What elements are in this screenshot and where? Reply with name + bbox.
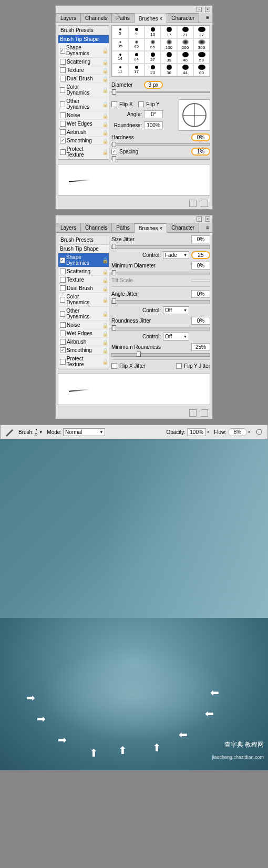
brush-tool-icon[interactable]	[5, 427, 14, 437]
tab-brushes[interactable]: Brushes ×	[134, 14, 167, 23]
checkbox[interactable]	[60, 48, 65, 54]
sidebar-item-other-dynamics[interactable]: Other Dynamics🔒	[58, 97, 109, 111]
checkbox[interactable]	[60, 101, 65, 107]
flip-x-jitter-checkbox[interactable]	[111, 363, 117, 369]
brush-preset-cell[interactable]: 17	[161, 26, 177, 38]
checkbox[interactable]	[60, 67, 66, 73]
tab-layers[interactable]: Layers	[56, 13, 81, 23]
brush-preset-cell[interactable]: 44	[177, 64, 193, 76]
angle-jitter-value[interactable]: 0%	[191, 290, 210, 298]
sidebar-item-protect-texture[interactable]: Protect Texture🔒	[58, 145, 109, 159]
flip-y-jitter-checkbox[interactable]	[176, 363, 182, 369]
min-diameter-slider[interactable]	[111, 272, 210, 275]
brush-preset-cell[interactable]: 45	[128, 38, 145, 51]
brush-preset-cell[interactable]: 27	[145, 51, 161, 64]
trash-icon[interactable]	[201, 200, 208, 207]
brush-size-value[interactable]: 5	[35, 432, 37, 437]
sidebar-item-other-dynamics[interactable]: Other Dynamics🔒	[58, 307, 109, 321]
brush-preset-cell[interactable]: 11	[112, 64, 128, 76]
sidebar-item-scattering[interactable]: Scattering🔒	[58, 58, 109, 66]
sidebar-item-protect-texture[interactable]: Protect Texture🔒	[58, 355, 109, 369]
checkbox[interactable]	[60, 87, 65, 93]
minimize-button[interactable]: −	[197, 216, 202, 222]
panel-menu-icon[interactable]: ≡	[203, 13, 212, 23]
new-preset-icon[interactable]	[189, 200, 197, 207]
chevron-right-icon[interactable]: ▸	[249, 430, 251, 434]
sidebar-item-texture[interactable]: Texture🔒	[58, 66, 109, 75]
sidebar-item-wet-edges[interactable]: Wet Edges🔒	[58, 329, 109, 338]
brush-preset-cell[interactable]: 35	[112, 38, 128, 51]
hardness-value[interactable]: 0%	[191, 133, 210, 141]
checkbox[interactable]	[60, 257, 65, 263]
tab-channels[interactable]: Channels	[80, 13, 112, 23]
sidebar-item-texture[interactable]: Texture🔒	[58, 276, 109, 284]
sidebar-item-dual-brush[interactable]: Dual Brush🔒	[58, 75, 109, 83]
checkbox[interactable]	[60, 129, 66, 135]
close-button[interactable]: ×	[205, 216, 210, 222]
tab-layers[interactable]: Layers	[56, 223, 81, 232]
control-dropdown[interactable]: Off▼	[163, 333, 189, 340]
opacity-value[interactable]: 100%	[187, 428, 206, 436]
control-dropdown[interactable]: Fade▼	[163, 251, 189, 259]
tab-character[interactable]: Character	[167, 13, 199, 23]
sidebar-item-shape-dynamics[interactable]: Shape Dynamics🔒	[58, 44, 109, 58]
sidebar-item-scattering[interactable]: Scattering🔒	[58, 267, 109, 276]
brush-preset-grid[interactable]: 5913172127354565100200300142427394659111…	[111, 25, 210, 77]
angle-jitter-slider[interactable]	[111, 300, 210, 304]
brush-preset-cell[interactable]: 59	[193, 51, 210, 64]
brush-preset-cell[interactable]: 5	[112, 26, 128, 38]
checkbox[interactable]	[60, 311, 65, 317]
roundness-jitter-value[interactable]: 0%	[191, 317, 210, 325]
checkbox[interactable]	[60, 347, 66, 353]
control-dropdown[interactable]: Off▼	[163, 306, 189, 314]
roundness-value[interactable]: 100%	[144, 121, 163, 129]
checkbox[interactable]	[60, 322, 66, 328]
checkbox[interactable]	[60, 149, 66, 155]
flow-value[interactable]: 8%	[228, 428, 247, 436]
checkbox[interactable]	[60, 297, 65, 303]
brush-preset-cell[interactable]: 200	[177, 38, 193, 51]
checkbox[interactable]	[60, 330, 66, 336]
sidebar-item-airbrush[interactable]: Airbrush🔒	[58, 338, 109, 346]
tab-paths[interactable]: Paths	[111, 223, 135, 232]
checkbox[interactable]	[60, 285, 66, 291]
sidebar-item-smoothing[interactable]: Smoothing🔒	[58, 137, 109, 145]
brush-preset-cell[interactable]: 60	[193, 64, 210, 76]
checkbox[interactable]	[60, 339, 66, 345]
minimize-button[interactable]: −	[197, 7, 202, 12]
fade-value[interactable]: 25	[191, 251, 210, 259]
checkbox[interactable]	[60, 76, 66, 81]
brush-preset-cell[interactable]: 36	[161, 64, 177, 76]
brush-preset-cell[interactable]: 24	[128, 51, 145, 64]
sidebar-item-smoothing[interactable]: Smoothing🔒	[58, 346, 109, 355]
flip-y-checkbox[interactable]	[138, 101, 144, 107]
brush-preset-cell[interactable]: 21	[177, 26, 193, 38]
mode-dropdown[interactable]: Normal▼	[63, 428, 105, 436]
min-diameter-value[interactable]: 0%	[191, 262, 210, 270]
size-jitter-slider[interactable]	[111, 245, 210, 249]
checkbox[interactable]	[60, 359, 66, 365]
chevron-right-icon[interactable]: ▸	[208, 430, 210, 434]
checkbox[interactable]	[60, 121, 66, 127]
diameter-slider[interactable]	[111, 91, 210, 93]
trash-icon[interactable]	[201, 409, 208, 417]
angle-value[interactable]: 0°	[144, 110, 163, 118]
tab-channels[interactable]: Channels	[80, 223, 112, 232]
sidebar-item-color-dynamics[interactable]: Color Dynamics🔒	[58, 293, 109, 307]
brush-preset-cell[interactable]: 9	[128, 26, 145, 38]
size-jitter-value[interactable]: 0%	[191, 235, 210, 243]
panel-menu-icon[interactable]: ≡	[203, 223, 212, 232]
brush-preset-cell[interactable]: 17	[128, 64, 145, 76]
spacing-slider[interactable]	[111, 158, 210, 160]
brush-preset-cell[interactable]: 23	[145, 64, 161, 76]
brush-preset-cell[interactable]: 100	[161, 38, 177, 51]
brush-preset-cell[interactable]: 46	[177, 51, 193, 64]
hardness-slider[interactable]	[111, 143, 210, 146]
roundness-jitter-slider[interactable]	[111, 327, 210, 330]
sidebar-item-brush-tip-shape[interactable]: Brush Tip Shape	[58, 245, 109, 253]
brush-preset-cell[interactable]: 14	[112, 51, 128, 64]
tab-brushes[interactable]: Brushes ×	[134, 223, 167, 233]
sidebar-item-color-dynamics[interactable]: Color Dynamics🔒	[58, 83, 109, 97]
tab-character[interactable]: Character	[167, 223, 199, 232]
checkbox[interactable]	[60, 268, 66, 274]
